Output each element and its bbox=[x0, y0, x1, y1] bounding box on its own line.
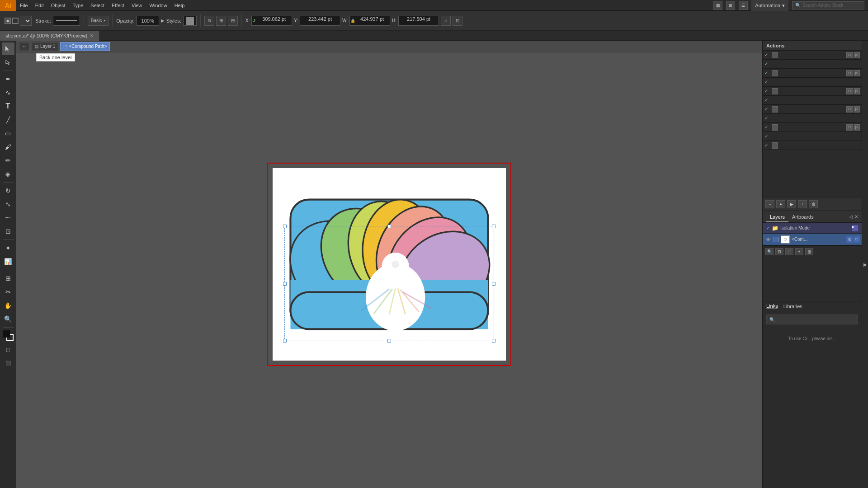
stroke-value[interactable] bbox=[53, 16, 80, 26]
stroke-select[interactable]: ─ bbox=[20, 16, 32, 26]
curvature-tool[interactable]: ∿ bbox=[2, 86, 14, 99]
menu-items: File Edit Object Type Select Effect View… bbox=[16, 0, 188, 11]
libraries-search[interactable]: 🔍 bbox=[766, 314, 858, 324]
tool-separator-2 bbox=[3, 182, 14, 183]
action-btn9[interactable]: □ bbox=[846, 124, 853, 131]
libraries-tab[interactable]: Libraries bbox=[783, 304, 802, 309]
menu-file[interactable]: File bbox=[16, 0, 32, 11]
transform-icon[interactable]: ⊞ bbox=[216, 16, 226, 26]
automation-button[interactable]: Automation ▾ bbox=[751, 0, 788, 11]
folder-icon: 📁 bbox=[772, 225, 778, 231]
align-objects-icon[interactable]: ⊿ bbox=[441, 16, 451, 26]
fill-stroke-indicator[interactable] bbox=[2, 329, 14, 342]
compound-path-layer-row[interactable]: 👁 ⬡ <Com... ◎ □ bbox=[763, 234, 862, 245]
links-tab[interactable]: Links bbox=[766, 303, 778, 309]
action-btn3[interactable]: □ bbox=[846, 70, 853, 76]
w-input[interactable]: 424.937 pt bbox=[349, 16, 390, 26]
zoom-tool[interactable]: 🔍 bbox=[2, 313, 14, 325]
menu-edit[interactable]: Edit bbox=[32, 0, 47, 11]
search-input-top[interactable]: 🔍 Search Adobe Stock bbox=[792, 1, 864, 9]
collapse-panel-btn[interactable]: ◁ bbox=[849, 214, 853, 219]
free-transform-tool[interactable]: ⊡ bbox=[2, 225, 14, 238]
main-layout: ✒ ∿ T ╱ ▭ 🖌 ✏ ◈ ↻ ⤡ 〰 ⊡ ✦ 📊 ⊞ ✂ ✋ 🔍 ⬚ ⬛ bbox=[0, 41, 868, 488]
layer-visibility-toggle[interactable]: 👁 bbox=[764, 236, 772, 243]
layers-tab[interactable]: Layers bbox=[766, 211, 788, 222]
pen-tool[interactable]: ✒ bbox=[2, 73, 14, 85]
document-tab[interactable]: sheven.ai* @ 100% (CMYK/Preview) ✕ bbox=[0, 31, 99, 41]
y-input[interactable]: 223.442 pt bbox=[300, 16, 340, 26]
stroke-swatch[interactable] bbox=[12, 18, 19, 24]
hand-tool[interactable]: ✋ bbox=[2, 299, 14, 312]
type-tool[interactable]: T bbox=[2, 100, 14, 113]
line-tool[interactable]: ╱ bbox=[2, 113, 14, 126]
action-btn4[interactable]: ▷ bbox=[854, 70, 860, 76]
action-btn8[interactable]: ▷ bbox=[854, 106, 860, 113]
transform2-icon[interactable]: ⊡ bbox=[453, 16, 462, 26]
menu-type[interactable]: Type bbox=[69, 0, 87, 11]
action-record-btn[interactable]: ● bbox=[776, 200, 785, 208]
screen-mode-toggle[interactable]: ⬛ bbox=[2, 357, 14, 369]
slice-tool[interactable]: ✂ bbox=[2, 286, 14, 298]
action-new-btn[interactable]: + bbox=[798, 200, 807, 208]
menu-help[interactable]: Help bbox=[171, 0, 189, 11]
recolor-icon[interactable]: ⊙ bbox=[204, 16, 214, 26]
warp-tool[interactable]: 〰 bbox=[2, 211, 14, 224]
eraser-tool[interactable]: ◈ bbox=[2, 168, 14, 180]
selection-tool[interactable] bbox=[2, 42, 14, 55]
action-stop-btn[interactable]: ▪ bbox=[765, 200, 774, 208]
grid-toggle-icon[interactable]: ⊞ bbox=[726, 1, 735, 10]
delete-layer-btn[interactable]: 🗑 bbox=[805, 248, 813, 255]
align-icon[interactable]: ⊟ bbox=[228, 16, 238, 26]
action-play-btn[interactable]: ▶ bbox=[787, 200, 796, 208]
menu-effect[interactable]: Effect bbox=[108, 0, 128, 11]
styles-swatch[interactable] bbox=[183, 16, 197, 26]
artboard-container bbox=[16, 41, 762, 488]
rotate-tool[interactable]: ↻ bbox=[2, 184, 14, 197]
pencil-tool[interactable]: ✏ bbox=[2, 154, 14, 167]
view-toggle-icon[interactable]: ▦ bbox=[713, 1, 722, 10]
locate-object-btn[interactable]: ⊟ bbox=[775, 248, 783, 255]
rectangle-tool[interactable]: ▭ bbox=[2, 127, 14, 140]
action-btn1[interactable]: □ bbox=[846, 52, 853, 58]
basic-style-select[interactable]: Basic ▾ bbox=[88, 16, 108, 26]
action-item: ✓□▷ bbox=[763, 69, 862, 78]
action-delete-btn[interactable]: 🗑 bbox=[809, 200, 818, 208]
h-input[interactable]: 217.504 pt bbox=[398, 16, 439, 26]
right-collapse-btn[interactable]: ▶ bbox=[862, 41, 868, 488]
artboard-inner[interactable] bbox=[273, 168, 506, 361]
action-btn7[interactable]: □ bbox=[846, 106, 853, 113]
symbol-sprayer-tool[interactable]: ✦ bbox=[2, 242, 14, 254]
scale-tool[interactable]: ⤡ bbox=[2, 198, 14, 211]
direct-selection-tool[interactable] bbox=[2, 56, 14, 69]
column-graph-tool[interactable]: 📊 bbox=[2, 255, 14, 268]
action-btn2[interactable]: ▷ bbox=[854, 52, 860, 58]
layer-target-btn[interactable]: ◎ bbox=[846, 236, 853, 243]
layer-link-btn[interactable]: □ bbox=[854, 236, 860, 243]
action-btn5[interactable]: □ bbox=[846, 88, 853, 94]
action-item: ✓ bbox=[763, 78, 862, 87]
x-input[interactable]: 309.062 pt bbox=[251, 16, 292, 26]
collect-in-layer-btn[interactable]: ⬚ bbox=[785, 248, 793, 255]
menu-object[interactable]: Object bbox=[47, 0, 69, 11]
menu-view[interactable]: View bbox=[128, 0, 146, 11]
action-btn10[interactable]: ▷ bbox=[854, 124, 860, 131]
layer-color-box bbox=[774, 237, 779, 242]
menu-select[interactable]: Select bbox=[87, 0, 108, 11]
new-layer-btn[interactable]: + bbox=[795, 248, 803, 255]
tab-close-button[interactable]: ✕ bbox=[90, 31, 94, 41]
close-panel-btn[interactable]: ✕ bbox=[854, 214, 858, 219]
tool-separator-5 bbox=[3, 327, 14, 328]
drawing-mode-toggle[interactable]: ⬚ bbox=[2, 343, 14, 356]
opacity-input[interactable]: 100% bbox=[137, 16, 159, 26]
isolation-color-btn[interactable]: ■ bbox=[852, 225, 858, 231]
make-sublayer-btn[interactable]: 🔍 bbox=[765, 248, 774, 255]
paintbrush-tool[interactable]: 🖌 bbox=[2, 141, 14, 153]
menu-window[interactable]: Window bbox=[146, 0, 171, 11]
canvas-area[interactable]: ← ▤ Layer 1 ⬚ <Compound Path> Back one l… bbox=[16, 41, 762, 488]
artboards-tab[interactable]: Artboards bbox=[788, 211, 817, 222]
action-btn6[interactable]: ▷ bbox=[854, 88, 860, 94]
arrange-icon[interactable]: ☰ bbox=[739, 1, 748, 10]
menu-bar: Ai File Edit Object Type Select Effect V… bbox=[0, 0, 868, 11]
artboard-tool[interactable]: ⊞ bbox=[2, 272, 14, 285]
fill-swatch[interactable]: ■ bbox=[5, 18, 11, 24]
